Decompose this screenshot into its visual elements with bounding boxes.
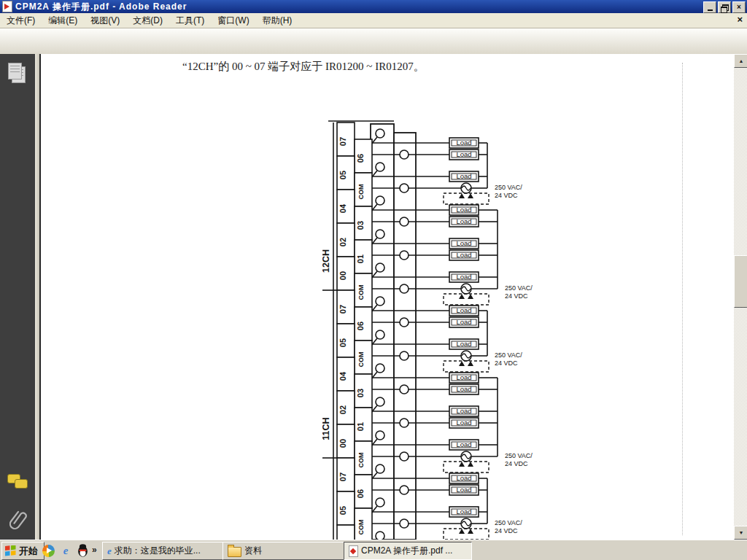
svg-text:06: 06 [356, 154, 365, 163]
svg-text:250 VAC/: 250 VAC/ [495, 351, 522, 359]
comments-panel-icon[interactable] [7, 474, 29, 490]
svg-text:250 VAC/: 250 VAC/ [495, 519, 522, 526]
svg-text:Load: Load [456, 318, 471, 326]
svg-text:02: 02 [338, 238, 347, 246]
svg-text:07: 07 [338, 305, 347, 314]
svg-text:04: 04 [338, 371, 347, 381]
svg-text:Load: Load [456, 172, 471, 180]
svg-text:00: 00 [338, 439, 347, 448]
svg-text:Load: Load [456, 150, 471, 158]
svg-text:00: 00 [338, 271, 347, 280]
scroll-up-icon: ▲ [739, 58, 744, 63]
svg-text:05: 05 [338, 506, 347, 515]
svg-text:Load: Load [456, 340, 471, 348]
svg-text:Load: Load [456, 474, 471, 482]
svg-text:Load: Load [456, 440, 471, 448]
start-button[interactable]: 开始 [1, 542, 44, 560]
svg-text:06: 06 [356, 322, 365, 330]
window-controls: × [703, 1, 746, 13]
svg-text:250 VAC/: 250 VAC/ [505, 284, 533, 292]
svg-text:24 VDC: 24 VDC [505, 292, 528, 300]
svg-text:02: 02 [338, 405, 347, 414]
svg-text:250 VAC/: 250 VAC/ [505, 452, 533, 459]
svg-text:Load: Load [456, 306, 471, 314]
taskbar: 开始 e » e 求助：这是我的毕业... 资料 CPM2A 操作手册.pdf … [0, 540, 747, 560]
svg-text:Load: Load [456, 407, 471, 415]
windows-logo-icon [5, 545, 16, 556]
document-page[interactable]: “12CH”的 00 ~ 07 端子对应于 IR01200 ~ IR01207。… [39, 54, 737, 540]
wiring-diagram: 12CH07Load06Load05LoadCOM250 VAC/24 VDC0… [322, 113, 541, 540]
svg-text:Load: Load [456, 373, 471, 381]
svg-text:05: 05 [338, 171, 347, 179]
svg-text:04: 04 [338, 203, 347, 213]
minimize-icon [708, 9, 713, 11]
start-label: 开始 [19, 545, 38, 558]
quicklaunch-overflow-chevron[interactable]: » [92, 545, 97, 555]
menu-edit[interactable]: 编辑(E) [42, 13, 84, 28]
svg-text:03: 03 [356, 221, 365, 230]
svg-text:03: 03 [356, 389, 365, 397]
svg-text:COM: COM [357, 520, 365, 535]
svg-text:05: 05 [338, 338, 347, 347]
svg-text:01: 01 [356, 254, 365, 263]
svg-text:Load: Load [456, 385, 471, 393]
taskbar-task-browser[interactable]: e 求助：这是我的毕业... [102, 542, 229, 560]
scroll-down-icon: ▼ [739, 530, 744, 535]
svg-text:12CH: 12CH [322, 249, 331, 273]
svg-text:250 VAC/: 250 VAC/ [495, 184, 522, 191]
qq-penguin-icon [77, 544, 88, 557]
menu-window[interactable]: 窗口(W) [211, 13, 255, 28]
svg-text:COM: COM [357, 184, 365, 200]
pages-panel-icon[interactable] [8, 63, 26, 83]
svg-text:COM: COM [357, 453, 365, 468]
menu-tools[interactable]: 工具(T) [169, 13, 211, 28]
svg-text:24 VDC: 24 VDC [495, 527, 518, 534]
svg-text:Load: Load [456, 273, 471, 281]
scroll-down-button[interactable]: ▼ [734, 526, 747, 540]
svg-text:Load: Load [456, 508, 471, 516]
svg-text:Load: Load [456, 419, 471, 427]
task-label: 资料 [244, 545, 262, 557]
svg-text:Load: Load [456, 251, 471, 259]
restore-icon [722, 4, 729, 11]
pdf-icon [349, 545, 358, 557]
menu-document[interactable]: 文档(D) [126, 13, 169, 28]
quicklaunch-media-player-icon[interactable] [41, 543, 55, 558]
taskbar-task-folder[interactable]: 资料 [222, 542, 348, 560]
quicklaunch-internet-explorer-icon[interactable]: e [58, 543, 73, 558]
window-titlebar[interactable]: CPM2A 操作手册.pdf - Adobe Reader × [0, 0, 747, 13]
taskbar-task-pdf-active[interactable]: CPM2A 操作手册.pdf ... [344, 542, 472, 560]
scrollbar-thumb[interactable] [734, 255, 747, 308]
adobe-reader-icon [2, 1, 12, 12]
quicklaunch-qq-icon[interactable] [75, 543, 90, 558]
close-icon: × [737, 4, 741, 11]
restore-button[interactable] [718, 1, 731, 13]
scroll-up-button[interactable]: ▲ [734, 54, 747, 68]
svg-text:Load: Load [456, 486, 471, 494]
attachments-paperclip-icon[interactable] [9, 508, 27, 531]
svg-text:Load: Load [456, 139, 471, 147]
page-edge-line [682, 63, 683, 535]
vertical-scrollbar[interactable]: ▲ ▼ [734, 54, 747, 540]
menu-bar: 文件(F) 编辑(E) 视图(V) 文档(D) 工具(T) 窗口(W) 帮助(H… [0, 13, 747, 28]
menu-help[interactable]: 帮助(H) [256, 13, 299, 28]
task-label: 求助：这是我的毕业... [115, 545, 201, 557]
menu-file[interactable]: 文件(F) [0, 13, 42, 28]
minimize-button[interactable] [703, 1, 716, 13]
page-heading-text: “12CH”的 00 ~ 07 端子对应于 IR01200 ~ IR01207。 [182, 60, 425, 74]
svg-text:24 VDC: 24 VDC [495, 192, 518, 199]
svg-text:Load: Load [456, 217, 471, 225]
svg-text:Load: Load [456, 239, 471, 247]
close-document-icon[interactable]: × [737, 15, 743, 24]
menu-view[interactable]: 视图(V) [84, 13, 126, 28]
svg-text:Load: Load [456, 206, 471, 214]
close-button[interactable]: × [732, 1, 746, 13]
svg-text:07: 07 [338, 137, 347, 146]
svg-text:01: 01 [356, 422, 365, 431]
toolbar: ▼ / 169 − + 101% ▼ [0, 28, 747, 55]
ie-icon: e [107, 546, 112, 556]
svg-text:24 VDC: 24 VDC [505, 460, 528, 467]
svg-text:06: 06 [356, 489, 365, 498]
svg-text:11CH: 11CH [322, 417, 331, 440]
svg-text:COM: COM [357, 285, 365, 300]
